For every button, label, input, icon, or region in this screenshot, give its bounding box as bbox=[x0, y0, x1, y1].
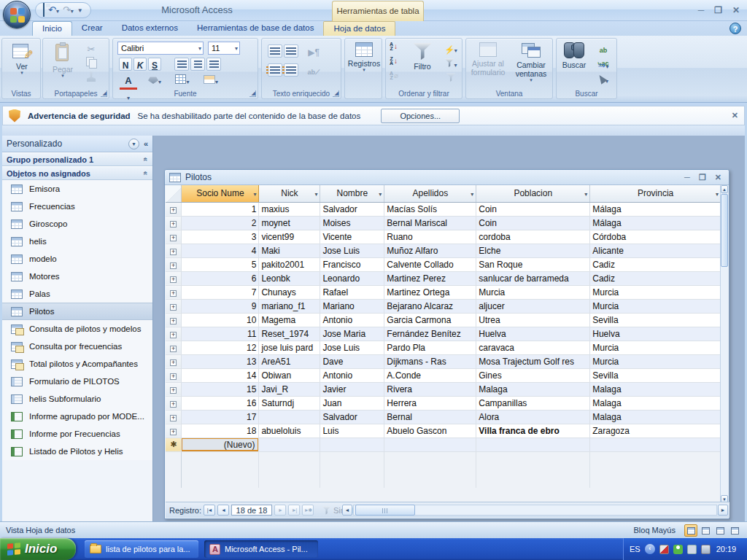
dialog-launcher-icon[interactable]: ◢ bbox=[101, 90, 107, 97]
column-header-nick[interactable]: Nick▾ bbox=[259, 185, 320, 202]
expand-row-icon[interactable]: + bbox=[170, 276, 177, 283]
collapse-pane-icon[interactable]: « bbox=[144, 139, 148, 148]
taskbar-task-access[interactable]: Microsoft Access - Pil... bbox=[204, 540, 318, 558]
nav-item-helis-subformulario[interactable]: helis Subformulario bbox=[2, 390, 152, 408]
cell-apellidos[interactable]: Pardo Pla bbox=[384, 341, 476, 354]
nav-item-consulta-de-pilotos-y-modelos[interactable]: Consulta de pilotos y modelos bbox=[2, 320, 152, 338]
nav-pane-header[interactable]: Personalizado ▼ « bbox=[2, 136, 152, 152]
row-selector[interactable]: + bbox=[166, 313, 182, 327]
tab-crear[interactable]: Crear bbox=[72, 21, 112, 36]
cell-nombre[interactable]: Salvador bbox=[320, 410, 384, 424]
vertical-scrollbar[interactable]: ▲ ▼ bbox=[720, 185, 728, 503]
horizontal-scroll-thumb[interactable] bbox=[355, 505, 415, 516]
cell-apellidos[interactable]: Garcia Carmona bbox=[384, 313, 476, 327]
restore-icon[interactable]: ❐ bbox=[699, 173, 706, 182]
row-selector[interactable]: + bbox=[166, 341, 182, 354]
cell-nick[interactable]: Reset_1974 bbox=[259, 327, 320, 341]
cell-nombre[interactable]: Rafael bbox=[320, 285, 384, 299]
fill-color-button[interactable]: ▾ bbox=[145, 73, 164, 86]
cell-poblacion[interactable]: Coin bbox=[476, 216, 590, 230]
nav-item-helis[interactable]: helis bbox=[2, 233, 152, 250]
clear-sort-button[interactable]: AZ⌀ bbox=[389, 71, 403, 84]
cell-nombre[interactable]: Vicente bbox=[320, 230, 384, 244]
ajustar-formulario-button[interactable]: Ajustar al formulario bbox=[468, 41, 508, 89]
cell-num[interactable]: 16 bbox=[182, 396, 259, 410]
cell-nombre[interactable]: Luis bbox=[320, 424, 384, 438]
italic-button[interactable]: K bbox=[133, 58, 147, 71]
align-left-button[interactable] bbox=[174, 58, 189, 71]
cell-num[interactable]: 14 bbox=[182, 368, 259, 382]
dialog-launcher-icon[interactable]: ◢ bbox=[333, 90, 339, 97]
row-selector[interactable]: + bbox=[166, 327, 182, 341]
datasheet-view-button[interactable] bbox=[684, 524, 697, 537]
cell-empty[interactable] bbox=[590, 438, 721, 451]
format-painter-button[interactable] bbox=[84, 71, 98, 84]
cell-empty[interactable] bbox=[476, 438, 590, 451]
cell-empty[interactable] bbox=[259, 438, 320, 451]
replace-button[interactable]: ab⤷ac bbox=[593, 42, 614, 55]
cell-nick[interactable]: Maki bbox=[259, 244, 320, 257]
cell-nick[interactable]: AreA51 bbox=[259, 354, 320, 368]
bullet-list-button[interactable] bbox=[284, 63, 298, 77]
cell-num[interactable]: 10 bbox=[182, 313, 259, 327]
cell-nombre[interactable]: Mariano bbox=[320, 299, 384, 313]
row-selector[interactable]: + bbox=[166, 382, 182, 396]
last-record-button[interactable]: ►| bbox=[288, 505, 300, 516]
cell-apellidos[interactable]: Rivera bbox=[384, 382, 476, 396]
close-button[interactable]: ✕ bbox=[732, 5, 740, 15]
expand-row-icon[interactable]: + bbox=[170, 221, 177, 228]
cell-nombre[interactable]: Jose Maria bbox=[320, 327, 384, 341]
cell-provincia[interactable]: Sevilla bbox=[590, 368, 721, 382]
sort-descending-button[interactable]: ZA↓ bbox=[389, 56, 403, 69]
nav-item-pilotos[interactable]: Pilotos bbox=[2, 303, 152, 320]
select-button[interactable]: ▾ bbox=[593, 72, 614, 85]
cell-provincia[interactable]: Malaga bbox=[590, 382, 721, 396]
cell-apellidos[interactable]: Herrera bbox=[384, 396, 476, 410]
cell-nick[interactable]: jose luis pard bbox=[259, 341, 320, 354]
help-icon[interactable]: ? bbox=[729, 23, 741, 34]
graphics-utility-icon[interactable] bbox=[659, 545, 669, 554]
cell-apellidos[interactable]: Bejarano Alcaraz bbox=[384, 299, 476, 313]
tab-datos-externos[interactable]: Datos externos bbox=[112, 21, 187, 36]
bold-button[interactable]: N bbox=[119, 58, 132, 71]
toggle-filter-button[interactable] bbox=[441, 71, 460, 84]
paragraph-marks-button[interactable]: ▶¶ bbox=[304, 44, 323, 58]
cell-apellidos[interactable]: Fernández Benítez bbox=[384, 327, 476, 341]
cell-provincia[interactable]: Murcia bbox=[590, 285, 721, 299]
cell-num[interactable]: 18 bbox=[182, 424, 259, 438]
expand-row-icon[interactable]: + bbox=[170, 235, 177, 241]
cell-nick[interactable]: Saturndj bbox=[259, 396, 320, 410]
cell-poblacion[interactable]: Coin bbox=[476, 202, 590, 216]
column-header-provincia[interactable]: Provincia▾ bbox=[590, 185, 721, 202]
next-record-button[interactable]: ► bbox=[274, 505, 286, 516]
row-selector[interactable]: + bbox=[166, 299, 182, 313]
tab-hoja-de-datos[interactable]: Hoja de datos bbox=[323, 21, 395, 36]
dialog-launcher-icon[interactable]: ◢ bbox=[249, 90, 256, 97]
cell-apellidos[interactable]: Dijkmans - Ras bbox=[384, 354, 476, 368]
close-icon[interactable]: ✕ bbox=[732, 111, 738, 120]
new-record-cell[interactable]: (Nuevo) bbox=[182, 438, 259, 451]
column-dropdown-icon[interactable]: ▾ bbox=[379, 191, 382, 198]
cell-nick[interactable]: moynet bbox=[259, 216, 320, 230]
cell-apellidos[interactable]: Macías Solís bbox=[384, 202, 476, 216]
chevron-down-icon[interactable]: ▼ bbox=[128, 139, 139, 149]
cell-poblacion[interactable]: aljucer bbox=[476, 299, 590, 313]
cell-nick[interactable]: mariano_f1 bbox=[259, 299, 320, 313]
display-icon[interactable] bbox=[701, 545, 711, 554]
taskbar-task-folder[interactable]: lista de pilotos para la... bbox=[85, 540, 198, 558]
cambiar-ventanas-button[interactable]: Cambiar ventanas▾ bbox=[510, 41, 552, 89]
expand-row-icon[interactable]: + bbox=[170, 249, 177, 255]
cell-apellidos[interactable]: Bernal Mariscal bbox=[384, 216, 476, 230]
cell-provincia[interactable]: Cadiz bbox=[590, 257, 721, 271]
cell-nick[interactable]: pakito2001 bbox=[259, 257, 320, 271]
copy-button[interactable] bbox=[84, 56, 98, 69]
cell-nombre[interactable]: Antonio bbox=[320, 368, 384, 382]
cell-nick[interactable]: Magema bbox=[259, 313, 320, 327]
goto-button[interactable]: ⇒▾ bbox=[593, 58, 614, 71]
column-header-nombre[interactable]: Nombre▾ bbox=[320, 185, 384, 202]
language-indicator[interactable]: ES bbox=[630, 545, 640, 553]
cell-apellidos[interactable]: Muñoz Alfaro bbox=[384, 244, 476, 257]
column-dropdown-icon[interactable]: ▾ bbox=[471, 191, 473, 198]
expand-row-icon[interactable]: + bbox=[170, 262, 177, 269]
expand-row-icon[interactable]: + bbox=[170, 207, 177, 214]
